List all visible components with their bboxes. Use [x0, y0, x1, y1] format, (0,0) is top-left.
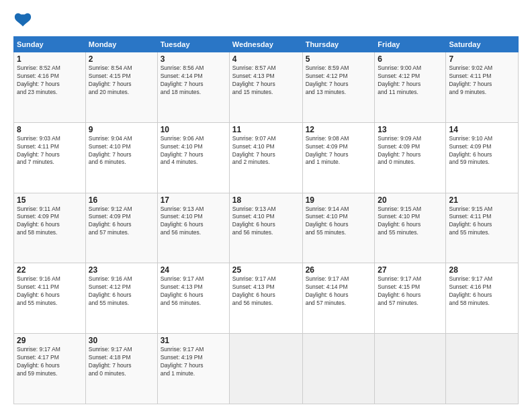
calendar-cell: 12Sunrise: 9:08 AM Sunset: 4:09 PM Dayli… — [302, 122, 375, 193]
day-info: Sunrise: 9:16 AM Sunset: 4:11 PM Dayligh… — [17, 275, 83, 308]
calendar-cell — [446, 334, 519, 404]
calendar-cell — [229, 334, 302, 404]
day-number: 21 — [449, 195, 515, 205]
calendar-cell: 26Sunrise: 9:17 AM Sunset: 4:14 PM Dayli… — [302, 263, 375, 334]
calendar-header-saturday: Saturday — [446, 37, 519, 52]
day-number: 14 — [449, 125, 515, 134]
calendar-header-monday: Monday — [85, 37, 157, 52]
day-info: Sunrise: 9:00 AM Sunset: 4:12 PM Dayligh… — [378, 64, 443, 97]
calendar-cell — [302, 334, 375, 404]
calendar-cell: 27Sunrise: 9:17 AM Sunset: 4:15 PM Dayli… — [375, 263, 446, 334]
day-info: Sunrise: 9:08 AM Sunset: 4:09 PM Dayligh… — [306, 135, 372, 167]
day-number: 10 — [161, 125, 226, 134]
day-number: 22 — [17, 265, 83, 275]
day-info: Sunrise: 8:57 AM Sunset: 4:13 PM Dayligh… — [232, 64, 300, 97]
day-number: 4 — [232, 54, 300, 64]
day-number: 5 — [306, 54, 372, 64]
day-info: Sunrise: 9:15 AM Sunset: 4:10 PM Dayligh… — [378, 205, 443, 238]
calendar-header-sunday: Sunday — [14, 37, 86, 52]
day-number: 3 — [161, 54, 226, 64]
calendar-cell: 8Sunrise: 9:03 AM Sunset: 4:11 PM Daylig… — [14, 122, 86, 193]
day-number: 28 — [449, 265, 515, 275]
day-number: 24 — [161, 265, 226, 275]
calendar-cell: 18Sunrise: 9:13 AM Sunset: 4:10 PM Dayli… — [229, 193, 302, 263]
calendar-cell: 4Sunrise: 8:57 AM Sunset: 4:13 PM Daylig… — [229, 52, 302, 123]
calendar-header-tuesday: Tuesday — [157, 37, 229, 52]
calendar-cell: 9Sunrise: 9:04 AM Sunset: 4:10 PM Daylig… — [85, 122, 157, 193]
calendar-header-friday: Friday — [375, 37, 446, 52]
day-info: Sunrise: 9:17 AM Sunset: 4:13 PM Dayligh… — [232, 275, 300, 308]
calendar-week-2: 8Sunrise: 9:03 AM Sunset: 4:11 PM Daylig… — [14, 122, 519, 193]
calendar-cell: 13Sunrise: 9:09 AM Sunset: 4:09 PM Dayli… — [375, 122, 446, 193]
calendar-cell: 6Sunrise: 9:00 AM Sunset: 4:12 PM Daylig… — [375, 52, 446, 123]
day-info: Sunrise: 9:13 AM Sunset: 4:10 PM Dayligh… — [161, 205, 226, 238]
calendar-cell: 3Sunrise: 8:56 AM Sunset: 4:14 PM Daylig… — [157, 52, 229, 123]
calendar-cell — [375, 334, 446, 404]
day-number: 7 — [449, 54, 515, 64]
day-info: Sunrise: 9:17 AM Sunset: 4:18 PM Dayligh… — [89, 346, 154, 378]
day-number: 25 — [232, 265, 300, 275]
day-info: Sunrise: 9:17 AM Sunset: 4:17 PM Dayligh… — [17, 346, 83, 378]
day-info: Sunrise: 9:11 AM Sunset: 4:09 PM Dayligh… — [17, 205, 83, 238]
calendar-cell: 11Sunrise: 9:07 AM Sunset: 4:10 PM Dayli… — [229, 122, 302, 193]
day-number: 20 — [378, 195, 443, 205]
day-number: 27 — [378, 265, 443, 275]
day-number: 1 — [17, 54, 83, 64]
day-info: Sunrise: 8:59 AM Sunset: 4:12 PM Dayligh… — [306, 64, 372, 97]
day-number: 12 — [306, 125, 372, 134]
calendar-cell: 25Sunrise: 9:17 AM Sunset: 4:13 PM Dayli… — [229, 263, 302, 334]
calendar-cell: 23Sunrise: 9:16 AM Sunset: 4:12 PM Dayli… — [85, 263, 157, 334]
day-number: 16 — [89, 195, 154, 205]
calendar-cell: 31Sunrise: 9:17 AM Sunset: 4:19 PM Dayli… — [157, 334, 229, 404]
day-info: Sunrise: 9:17 AM Sunset: 4:15 PM Dayligh… — [378, 275, 443, 308]
calendar-cell: 30Sunrise: 9:17 AM Sunset: 4:18 PM Dayli… — [85, 334, 157, 404]
calendar-cell: 21Sunrise: 9:15 AM Sunset: 4:11 PM Dayli… — [446, 193, 519, 263]
calendar-cell: 10Sunrise: 9:06 AM Sunset: 4:10 PM Dayli… — [157, 122, 229, 193]
day-info: Sunrise: 9:17 AM Sunset: 4:14 PM Dayligh… — [306, 275, 372, 308]
calendar-cell: 15Sunrise: 9:11 AM Sunset: 4:09 PM Dayli… — [14, 193, 86, 263]
calendar-cell: 5Sunrise: 8:59 AM Sunset: 4:12 PM Daylig… — [302, 52, 375, 123]
day-number: 31 — [161, 336, 226, 345]
day-number: 15 — [17, 195, 83, 205]
header — [13, 11, 519, 30]
day-number: 11 — [232, 125, 300, 134]
day-info: Sunrise: 9:17 AM Sunset: 4:13 PM Dayligh… — [161, 275, 226, 308]
day-number: 2 — [89, 54, 154, 64]
calendar-week-4: 22Sunrise: 9:16 AM Sunset: 4:11 PM Dayli… — [14, 263, 519, 334]
day-info: Sunrise: 9:17 AM Sunset: 4:19 PM Dayligh… — [161, 346, 226, 378]
calendar-cell: 22Sunrise: 9:16 AM Sunset: 4:11 PM Dayli… — [14, 263, 86, 334]
day-number: 29 — [17, 336, 83, 345]
calendar-cell: 24Sunrise: 9:17 AM Sunset: 4:13 PM Dayli… — [157, 263, 229, 334]
day-info: Sunrise: 9:09 AM Sunset: 4:09 PM Dayligh… — [378, 135, 443, 167]
day-info: Sunrise: 9:03 AM Sunset: 4:11 PM Dayligh… — [17, 135, 83, 167]
day-info: Sunrise: 9:17 AM Sunset: 4:16 PM Dayligh… — [449, 275, 515, 308]
calendar-week-3: 15Sunrise: 9:11 AM Sunset: 4:09 PM Dayli… — [14, 193, 519, 263]
day-info: Sunrise: 8:52 AM Sunset: 4:16 PM Dayligh… — [17, 64, 83, 97]
day-number: 30 — [89, 336, 154, 345]
calendar-header-row: SundayMondayTuesdayWednesdayThursdayFrid… — [14, 37, 519, 52]
day-number: 8 — [17, 125, 83, 134]
day-number: 18 — [232, 195, 300, 205]
calendar-week-1: 1Sunrise: 8:52 AM Sunset: 4:16 PM Daylig… — [14, 52, 519, 123]
day-info: Sunrise: 9:16 AM Sunset: 4:12 PM Dayligh… — [89, 275, 154, 308]
day-number: 17 — [161, 195, 226, 205]
calendar-table: SundayMondayTuesdayWednesdayThursdayFrid… — [13, 36, 519, 404]
calendar-header-thursday: Thursday — [302, 37, 375, 52]
day-info: Sunrise: 9:14 AM Sunset: 4:10 PM Dayligh… — [306, 205, 372, 238]
day-info: Sunrise: 9:15 AM Sunset: 4:11 PM Dayligh… — [449, 205, 515, 238]
day-number: 19 — [306, 195, 372, 205]
day-info: Sunrise: 9:12 AM Sunset: 4:09 PM Dayligh… — [89, 205, 154, 238]
calendar-cell: 20Sunrise: 9:15 AM Sunset: 4:10 PM Dayli… — [375, 193, 446, 263]
day-info: Sunrise: 9:02 AM Sunset: 4:11 PM Dayligh… — [449, 64, 515, 97]
day-info: Sunrise: 8:56 AM Sunset: 4:14 PM Dayligh… — [161, 64, 226, 97]
calendar-week-5: 29Sunrise: 9:17 AM Sunset: 4:17 PM Dayli… — [14, 334, 519, 404]
calendar-cell: 2Sunrise: 8:54 AM Sunset: 4:15 PM Daylig… — [85, 52, 157, 123]
calendar-cell: 1Sunrise: 8:52 AM Sunset: 4:16 PM Daylig… — [14, 52, 86, 123]
calendar-cell: 29Sunrise: 9:17 AM Sunset: 4:17 PM Dayli… — [14, 334, 86, 404]
day-number: 6 — [378, 54, 443, 64]
logo — [13, 11, 35, 30]
day-info: Sunrise: 9:07 AM Sunset: 4:10 PM Dayligh… — [232, 135, 300, 167]
logo-icon — [13, 11, 32, 30]
day-number: 13 — [378, 125, 443, 134]
day-info: Sunrise: 9:13 AM Sunset: 4:10 PM Dayligh… — [232, 205, 300, 238]
